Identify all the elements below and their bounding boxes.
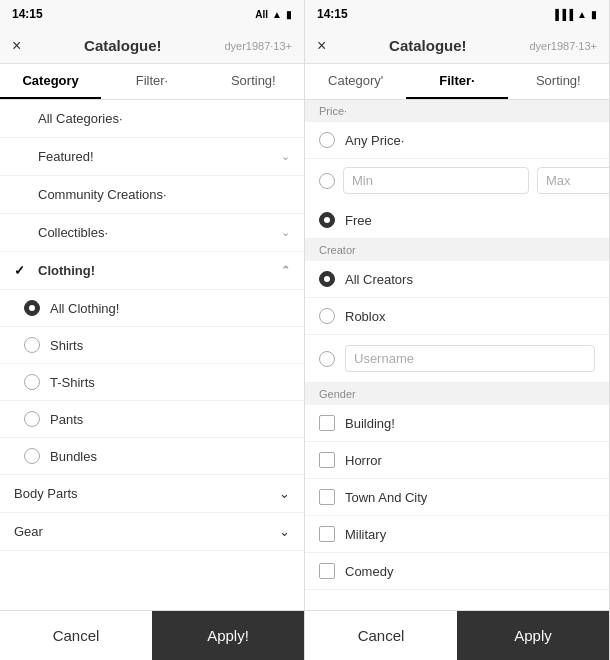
price-max-input[interactable] [537, 167, 609, 194]
network-icon: All [255, 9, 268, 20]
check-placeholder [14, 111, 30, 126]
category-content: All Categories· Featured! ⌄ Community Cr… [0, 100, 304, 610]
radio-empty-icon [24, 337, 40, 353]
filter-horror[interactable]: Horror [305, 442, 609, 479]
tab-sorting-left[interactable]: Sorting! [203, 64, 304, 99]
radio-filled-icon [319, 212, 335, 228]
radio-empty-icon [319, 173, 335, 189]
chevron-down-icon: ⌄ [279, 524, 290, 539]
close-button-right[interactable]: × [317, 37, 326, 55]
catalogue-title-right: Catalogue! [334, 37, 521, 54]
item-label: Horror [345, 453, 382, 468]
radio-filled-icon [24, 300, 40, 316]
item-label: Roblox [345, 309, 385, 324]
signal-icon: ▐▐▐ [552, 9, 573, 20]
tab-filter-right[interactable]: Filter· [406, 64, 507, 99]
tabs-left: Category Filter· Sorting! [0, 64, 304, 100]
list-item-clothing[interactable]: ✓ Clothing! ⌃ [0, 252, 304, 290]
battery-icon: ▮ [591, 9, 597, 20]
checkbox-icon [319, 415, 335, 431]
user-label-right: dyer1987·13+ [529, 40, 597, 52]
gender-section-header: Gender [305, 383, 609, 405]
cancel-button-right[interactable]: Cancel [305, 611, 457, 660]
list-item-pants[interactable]: Pants [0, 401, 304, 438]
status-bar-right: 14:15 ▐▐▐ ▲ ▮ [305, 0, 609, 28]
filter-military[interactable]: Military [305, 516, 609, 553]
filter-comedy[interactable]: Comedy [305, 553, 609, 590]
item-label: T-Shirts [50, 375, 95, 390]
tab-filter-left[interactable]: Filter· [101, 64, 202, 99]
price-min-input[interactable] [343, 167, 529, 194]
status-icons-right: ▐▐▐ ▲ ▮ [552, 9, 597, 20]
filter-roblox[interactable]: Roblox [305, 298, 609, 335]
radio-empty-icon [24, 411, 40, 427]
list-item-body-parts[interactable]: Body Parts ⌄ [0, 475, 304, 513]
item-label: Collectibles· [38, 225, 108, 240]
bottom-bar-right: Cancel Apply [305, 610, 609, 660]
tab-sorting-right[interactable]: Sorting! [508, 64, 609, 99]
list-item-collectibles[interactable]: Collectibles· ⌄ [0, 214, 304, 252]
apply-button-right[interactable]: Apply [457, 611, 609, 660]
price-range-row [305, 159, 609, 202]
item-label: All Creators [345, 272, 413, 287]
radio-filled-icon [319, 271, 335, 287]
list-item-gear[interactable]: Gear ⌄ [0, 513, 304, 551]
catalogue-title-left: Catalogue! [29, 37, 216, 54]
filter-username-row [305, 335, 609, 383]
item-label: Featured! [38, 149, 94, 164]
filter-panel: 14:15 ▐▐▐ ▲ ▮ × Catalogue! dyer1987·13+ … [305, 0, 610, 660]
list-item-t-shirts[interactable]: T-Shirts [0, 364, 304, 401]
username-input[interactable] [345, 345, 595, 372]
item-label: All Categories· [38, 111, 123, 126]
item-label: Gear [14, 524, 43, 539]
check-placeholder [14, 225, 30, 240]
checkbox-icon [319, 452, 335, 468]
item-label: Pants [50, 412, 83, 427]
apply-button-left[interactable]: Apply! [152, 611, 304, 660]
item-label: Shirts [50, 338, 83, 353]
chevron-up-icon: ⌃ [281, 264, 290, 277]
filter-any-price[interactable]: Any Price· [305, 122, 609, 159]
cancel-button-left[interactable]: Cancel [0, 611, 152, 660]
close-button-left[interactable]: × [12, 37, 21, 55]
status-icons-left: All ▲ ▮ [255, 9, 292, 20]
radio-empty-icon [319, 351, 335, 367]
list-item-shirts[interactable]: Shirts [0, 327, 304, 364]
time-left: 14:15 [12, 7, 43, 21]
battery-icon: ▮ [286, 9, 292, 20]
wifi-icon: ▲ [272, 9, 282, 20]
filter-free[interactable]: Free [305, 202, 609, 239]
item-label: Bundles [50, 449, 97, 464]
item-label: Free [345, 213, 372, 228]
top-bar-right: × Catalogue! dyer1987·13+ [305, 28, 609, 64]
item-label: Military [345, 527, 386, 542]
filter-all-creators[interactable]: All Creators [305, 261, 609, 298]
price-section-header: Price· [305, 100, 609, 122]
wifi-icon: ▲ [577, 9, 587, 20]
checkmark-icon: ✓ [14, 263, 30, 278]
checkbox-icon [319, 563, 335, 579]
item-label: Building! [345, 416, 395, 431]
tab-category-left[interactable]: Category [0, 64, 101, 99]
item-label: Community Creations· [38, 187, 167, 202]
radio-empty-icon [319, 132, 335, 148]
radio-empty-icon [24, 374, 40, 390]
item-label: All Clothing! [50, 301, 119, 316]
time-right: 14:15 [317, 7, 348, 21]
filter-content: Price· Any Price· Free Creator All Creat… [305, 100, 609, 610]
list-item-all-clothing[interactable]: All Clothing! [0, 290, 304, 327]
item-label: Comedy [345, 564, 393, 579]
chevron-down-icon: ⌄ [281, 150, 290, 163]
list-item-all-categories[interactable]: All Categories· [0, 100, 304, 138]
creator-section-header: Creator [305, 239, 609, 261]
check-placeholder [14, 187, 30, 202]
filter-building[interactable]: Building! [305, 405, 609, 442]
item-label: Town And City [345, 490, 427, 505]
list-item-bundles[interactable]: Bundles [0, 438, 304, 475]
list-item-community[interactable]: Community Creations· [0, 176, 304, 214]
tab-category-right[interactable]: Category' [305, 64, 406, 99]
list-item-featured[interactable]: Featured! ⌄ [0, 138, 304, 176]
item-label: Clothing! [38, 263, 95, 278]
item-label: Any Price· [345, 133, 404, 148]
filter-town-city[interactable]: Town And City [305, 479, 609, 516]
